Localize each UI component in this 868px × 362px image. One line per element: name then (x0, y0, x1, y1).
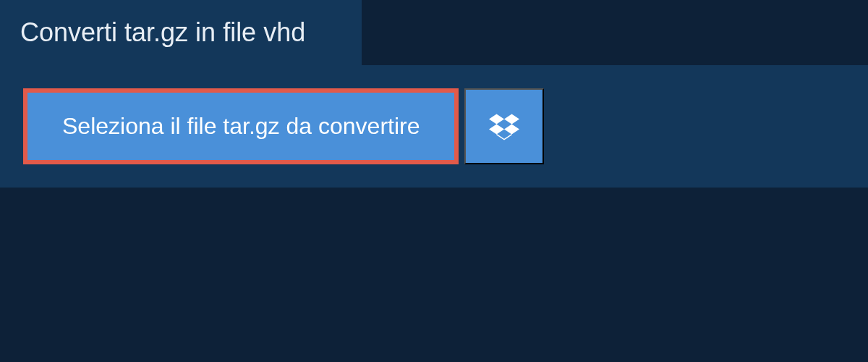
select-file-button[interactable]: Seleziona il file tar.gz da convertire (23, 88, 459, 164)
below-area (0, 188, 868, 332)
content-panel: Seleziona il file tar.gz da convertire (0, 65, 868, 188)
dropbox-button[interactable] (464, 88, 544, 164)
page-title: Converti tar.gz in file vhd (20, 17, 341, 48)
select-file-label: Seleziona il file tar.gz da convertire (62, 113, 420, 140)
button-row: Seleziona il file tar.gz da convertire (23, 88, 845, 164)
header-bar: Converti tar.gz in file vhd (0, 0, 362, 65)
dropbox-icon (489, 111, 519, 142)
